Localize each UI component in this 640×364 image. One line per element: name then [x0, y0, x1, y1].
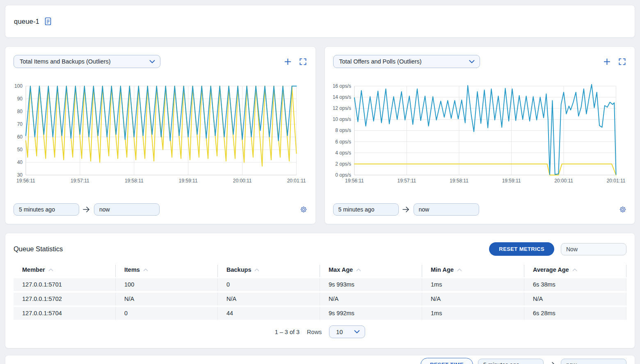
reset-metrics-button[interactable]: RESET METRICS: [489, 242, 554, 256]
svg-text:80: 80: [17, 109, 23, 114]
table-cell: N/A: [524, 293, 626, 305]
arrow-right-icon: [549, 362, 556, 364]
table-cell: N/A: [320, 293, 422, 305]
line-chart-offers-polls[interactable]: 0 ops/s2 ops/s4 ops/s6 ops/s8 ops/s10 op…: [333, 79, 627, 184]
svg-text:40: 40: [17, 159, 23, 165]
rows-per-page-dropdown[interactable]: 10: [329, 325, 365, 338]
queue-statistics-panel: Queue Statistics RESET METRICS MemberIte…: [5, 233, 635, 348]
queue-throughput-panel: Queue Throughput Statistics RESET TIME: [5, 355, 635, 364]
column-header-items[interactable]: Items: [116, 265, 218, 277]
chart-settings-button[interactable]: [619, 206, 626, 213]
chart-time-range: [333, 203, 627, 216]
items-backups-chart-panel: Total Items and Backups (Outliers): [5, 46, 316, 224]
svg-text:20:00:11: 20:00:11: [233, 178, 252, 184]
column-header-member[interactable]: Member: [14, 265, 116, 277]
document-icon[interactable]: [44, 17, 52, 26]
time-to-input[interactable]: [561, 359, 626, 364]
svg-text:50: 50: [17, 147, 23, 152]
fullscreen-button[interactable]: [618, 57, 626, 66]
svg-text:19:59:11: 19:59:11: [179, 178, 198, 184]
svg-text:19:57:11: 19:57:11: [71, 178, 89, 184]
sort-icon: [143, 268, 148, 271]
table-cell: 100: [116, 278, 218, 291]
column-header-label: Min Age: [431, 266, 454, 273]
time-from-input[interactable]: [333, 203, 399, 216]
table-body: 127.0.0.1:570110009s 993ms1ms6s 38ms127.…: [14, 278, 626, 320]
column-header-label: Max Age: [329, 266, 353, 273]
column-header-label: Backups: [226, 266, 251, 273]
table-cell: 0: [218, 278, 320, 291]
column-header-backups[interactable]: Backups: [218, 265, 320, 277]
chart-header: Total Items and Backups (Outliers): [14, 55, 307, 68]
table-cell: 1ms: [422, 278, 524, 291]
queue-title-card: queue-1: [5, 5, 635, 38]
add-chart-button[interactable]: [603, 57, 611, 66]
table-cell: 0: [116, 307, 218, 320]
chevron-down-icon: [149, 60, 155, 64]
chart-time-range: [14, 203, 307, 216]
table-cell: 127.0.0.1:5701: [14, 278, 116, 291]
table-row[interactable]: 127.0.0.1:570110009s 993ms1ms6s 38ms: [14, 278, 626, 291]
svg-text:19:58:11: 19:58:11: [450, 178, 469, 184]
add-chart-button[interactable]: [283, 57, 292, 66]
pagination-range: 1 – 3 of 3: [275, 329, 299, 335]
table-cell: 1ms: [422, 307, 524, 320]
line-chart-items-backups[interactable]: 3040506070809010019:56:1119:57:1119:58:1…: [14, 79, 307, 184]
svg-text:30: 30: [17, 172, 23, 178]
table-cell: N/A: [116, 293, 218, 305]
svg-text:8 ops/s: 8 ops/s: [335, 127, 351, 133]
svg-text:100: 100: [14, 83, 23, 89]
svg-text:4 ops/s: 4 ops/s: [335, 150, 351, 156]
chevron-down-icon: [354, 330, 360, 334]
sort-icon: [48, 268, 53, 271]
arrow-right-icon: [83, 206, 90, 213]
sort-icon: [572, 268, 577, 271]
rows-per-page-value: 10: [336, 329, 354, 335]
metrics-time-input[interactable]: [561, 243, 626, 255]
svg-text:0 ops/s: 0 ops/s: [335, 172, 351, 178]
metric-selector-dropdown[interactable]: Total Items and Backups (Outliers): [14, 55, 160, 68]
table-cell: 6s 38ms: [524, 278, 626, 291]
expand-icon: [299, 58, 306, 65]
svg-text:70: 70: [17, 121, 23, 127]
fullscreen-button[interactable]: [299, 57, 307, 66]
svg-text:19:56:11: 19:56:11: [345, 178, 364, 184]
svg-text:19:57:11: 19:57:11: [397, 178, 416, 184]
svg-text:2 ops/s: 2 ops/s: [335, 161, 351, 167]
chart-header: Total Offers and Polls (Outliers): [333, 55, 627, 68]
column-header-label: Average Age: [533, 266, 569, 273]
column-header-label: Member: [22, 266, 45, 273]
table-row[interactable]: 127.0.0.1:5702N/AN/AN/AN/AN/A: [14, 293, 626, 305]
table-row[interactable]: 127.0.0.1:57040449s 992ms1ms6s 28ms: [14, 307, 626, 320]
column-header-average-age[interactable]: Average Age: [524, 265, 626, 277]
table-cell: 6s 28ms: [524, 307, 626, 320]
column-header-min-age[interactable]: Min Age: [422, 265, 524, 277]
svg-text:12 ops/s: 12 ops/s: [333, 105, 351, 111]
svg-text:19:58:11: 19:58:11: [125, 178, 144, 184]
table-cell: 127.0.0.1:5704: [14, 307, 116, 320]
sort-icon: [356, 268, 361, 271]
offers-polls-chart-panel: Total Offers and Polls (Outliers): [325, 46, 635, 224]
charts-row: Total Items and Backups (Outliers): [5, 46, 635, 224]
table-cell: 9s 993ms: [320, 278, 422, 291]
time-from-input[interactable]: [478, 359, 544, 364]
plus-icon: [603, 58, 610, 65]
arrow-right-icon: [402, 206, 410, 213]
svg-text:19:56:11: 19:56:11: [16, 178, 35, 184]
plus-icon: [284, 58, 291, 65]
chart-settings-button[interactable]: [300, 206, 307, 213]
column-header-max-age[interactable]: Max Age: [320, 265, 422, 277]
svg-text:14 ops/s: 14 ops/s: [333, 94, 351, 100]
time-to-input[interactable]: [414, 203, 479, 216]
sort-icon: [254, 268, 259, 271]
expand-icon: [619, 58, 626, 65]
page-title: queue-1: [14, 18, 39, 25]
reset-time-button[interactable]: RESET TIME: [421, 358, 473, 364]
svg-text:19:59:11: 19:59:11: [502, 178, 521, 184]
metric-selector-value: Total Items and Backups (Outliers): [20, 58, 149, 65]
time-to-input[interactable]: [94, 203, 160, 216]
time-from-input[interactable]: [14, 203, 79, 216]
table-cell: N/A: [218, 293, 320, 305]
column-header-label: Items: [124, 266, 140, 273]
metric-selector-dropdown[interactable]: Total Offers and Polls (Outliers): [333, 55, 480, 68]
